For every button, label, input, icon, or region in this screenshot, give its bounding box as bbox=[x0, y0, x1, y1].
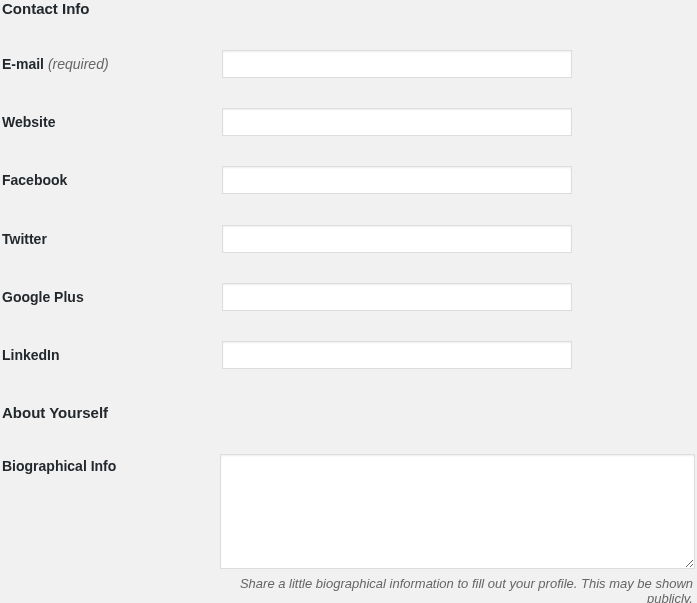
email-label: E-mail bbox=[2, 56, 44, 72]
googleplus-label: Google Plus bbox=[2, 289, 84, 305]
email-field[interactable] bbox=[222, 50, 572, 78]
email-required-note: (required) bbox=[48, 56, 109, 72]
about-yourself-table: Biographical Info Share a little biograp… bbox=[0, 439, 697, 603]
bio-label: Biographical Info bbox=[2, 458, 116, 474]
bio-description: Share a little biographical information … bbox=[220, 576, 695, 603]
linkedin-field[interactable] bbox=[222, 341, 572, 369]
website-field[interactable] bbox=[222, 108, 572, 136]
googleplus-field[interactable] bbox=[222, 283, 572, 311]
contact-info-table: E-mail (required) Website Facebook Twitt… bbox=[0, 35, 697, 384]
facebook-field[interactable] bbox=[222, 166, 572, 194]
facebook-label: Facebook bbox=[2, 172, 67, 188]
website-label: Website bbox=[2, 114, 55, 130]
bio-textarea[interactable] bbox=[220, 454, 695, 569]
twitter-field[interactable] bbox=[222, 225, 572, 253]
about-yourself-heading: About Yourself bbox=[0, 404, 697, 421]
twitter-label: Twitter bbox=[2, 231, 47, 247]
contact-info-heading: Contact Info bbox=[0, 0, 697, 17]
linkedin-label: LinkedIn bbox=[2, 347, 60, 363]
